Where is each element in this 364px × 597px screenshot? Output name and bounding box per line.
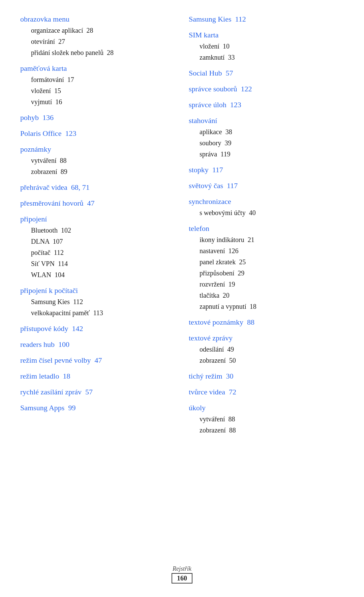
index-term: správce souborů 122: [189, 83, 344, 94]
term-text: režim letadlo 18: [20, 372, 70, 380]
index-subitem: s webovými účty 40: [189, 208, 344, 218]
index-subitem: DLNA 107: [20, 236, 175, 247]
term-text: správce souborů 122: [189, 85, 252, 93]
term-text: paměťová karta: [20, 64, 67, 72]
index-term: úkoly: [189, 402, 344, 413]
subitem-text: formátování 17: [20, 76, 74, 83]
subitem-page: 89: [57, 168, 67, 175]
subitem-page: 39: [221, 139, 231, 147]
subitem-page: 49: [224, 346, 234, 353]
subitem-page: 17: [64, 76, 74, 83]
index-term: pohyb 136: [20, 112, 175, 123]
index-block: paměťová kartaformátování 17vložení 15vy…: [20, 63, 175, 107]
subitem-text: panel zkratek 25: [189, 258, 246, 266]
subitem-text: DLNA 107: [20, 238, 63, 245]
term-text: rychlé zasílání zpráv 57: [20, 388, 93, 396]
term-page: 123: [61, 129, 76, 138]
subitem-text: aplikace 38: [189, 128, 232, 136]
subitem-text: WLAN 104: [20, 271, 65, 278]
subitem-text: odesílání 49: [189, 346, 234, 353]
index-block: SIM kartavložení 10zamknutí 33: [189, 29, 344, 63]
index-subitem: panel zkratek 25: [189, 257, 344, 267]
subitem-text: velkokapacitní paměť 113: [20, 309, 103, 317]
subitem-text: vytváření 88: [20, 157, 67, 164]
term-text: Samsung Kies 112: [189, 15, 246, 23]
index-subitem: vyjmutí 16: [20, 97, 175, 107]
index-term: stopky 117: [189, 164, 344, 175]
index-subitem: formátování 17: [20, 74, 175, 85]
index-block: připojeníBluetooth 102DLNA 107počítač 11…: [20, 213, 175, 280]
subitem-page: 88: [225, 415, 235, 423]
subitem-page: 15: [51, 87, 61, 94]
subitem-page: 114: [55, 260, 68, 267]
subitem-text: vložení 15: [20, 87, 61, 94]
index-subitem: velkokapacitní paměť 113: [20, 308, 175, 318]
subitem-text: správa 119: [189, 150, 230, 158]
term-page: 88: [243, 318, 254, 326]
index-block: tichý režim 30: [189, 370, 344, 382]
index-term: synchronizace: [189, 196, 344, 207]
index-block: Polaris Office 123: [20, 128, 175, 139]
index-block: stahováníaplikace 38soubory 39správa 119: [189, 115, 344, 159]
term-text: Social Hub 57: [189, 69, 233, 77]
index-block: Samsung Apps 99: [20, 402, 175, 413]
subitem-page: 50: [226, 357, 236, 364]
index-subitem: soubory 39: [189, 138, 344, 148]
term-text: světový čas 117: [189, 181, 238, 190]
index-subitem: vložení 15: [20, 86, 175, 96]
index-block: poznámkyvytváření 88zobrazení 89: [20, 144, 175, 177]
subitem-page: 10: [219, 42, 230, 50]
term-text: stahování: [189, 116, 217, 125]
term-text: textové poznámky 88: [189, 318, 254, 326]
term-text: tichý režim 30: [189, 372, 234, 380]
term-text: úkoly: [189, 404, 206, 412]
index-block: režim letadlo 18: [20, 370, 175, 382]
index-subitem: Síť VPN 114: [20, 259, 175, 269]
index-subitem: tlačítka 20: [189, 290, 344, 301]
subitem-text: Samsung Kies 112: [20, 298, 83, 305]
footer: Rejstřík 160: [0, 565, 364, 584]
subitem-text: zapnutí a vypnutí 18: [189, 303, 256, 310]
index-term: připojení: [20, 213, 175, 225]
subitem-page: 126: [225, 247, 239, 255]
subitem-text: zamknutí 33: [189, 54, 235, 61]
subitem-page: 40: [246, 209, 256, 216]
index-term: přehrávač videa 68, 71: [20, 182, 175, 193]
index-subitem: zobrazení 88: [189, 425, 344, 436]
term-page: 100: [55, 340, 69, 349]
subitem-page: 33: [224, 54, 235, 61]
index-term: poznámky: [20, 144, 175, 155]
term-text: tvůrce videa 72: [189, 388, 236, 396]
term-text: přehrávač videa 68, 71: [20, 183, 90, 191]
subitem-page: 102: [58, 227, 71, 234]
index-subitem: zobrazení 50: [189, 355, 344, 366]
index-subitem: organizace aplikací 28: [20, 25, 175, 36]
index-block: přehrávač videa 68, 71: [20, 182, 175, 193]
index-term: Samsung Apps 99: [20, 402, 175, 413]
index-term: textové poznámky 88: [189, 317, 344, 328]
term-text: správce úloh 123: [189, 100, 241, 109]
footer-label: Rejstřík: [0, 565, 364, 572]
subitem-text: zobrazení 89: [20, 168, 67, 175]
subitem-page: 18: [246, 303, 256, 310]
footer-page: 160: [172, 573, 192, 584]
index-term: přístupové kódy 142: [20, 323, 175, 334]
subitem-text: organizace aplikací 28: [20, 27, 93, 34]
index-block: rychlé zasílání zpráv 57: [20, 386, 175, 397]
index-term: správce úloh 123: [189, 99, 344, 110]
subitem-text: přidání složek nebo panelů 28: [20, 49, 114, 56]
subitem-page: 28: [83, 27, 93, 34]
subitem-page: 16: [52, 98, 62, 106]
term-text: SIM karta: [189, 31, 219, 39]
subitem-page: 38: [222, 128, 232, 136]
index-subitem: vytváření 88: [20, 155, 175, 166]
subitem-page: 28: [103, 49, 114, 56]
subitem-text: ikony indikátoru 21: [189, 236, 254, 243]
subitem-text: tlačítka 20: [189, 292, 230, 299]
index-block: tvůrce videa 72: [189, 386, 344, 397]
term-page: 99: [64, 404, 75, 412]
term-page: 47: [91, 356, 102, 364]
index-block: textové poznámky 88: [189, 317, 344, 328]
term-text: připojení k počítači: [20, 286, 78, 295]
index-block: přesměrování hovorů 47: [20, 198, 175, 209]
